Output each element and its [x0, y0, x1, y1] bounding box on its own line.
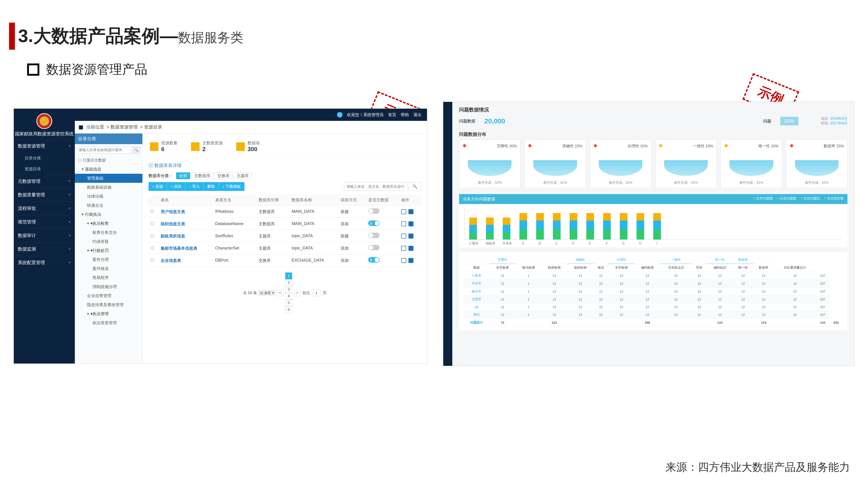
menu-item[interactable]: 系统配置管理×	[14, 256, 75, 269]
bar-tab[interactable]: • 当次问题比	[801, 196, 820, 202]
row-checkbox[interactable]	[151, 247, 154, 250]
tree-node[interactable]: 强制措施办理	[75, 282, 143, 291]
page-number[interactable]: 1	[285, 272, 292, 279]
tree-node[interactable]: 快递企业	[75, 201, 143, 210]
tree-search-input[interactable]	[77, 147, 131, 154]
metric-card[interactable]: ✺ 准确性 15% 条件完成：52%	[524, 140, 586, 188]
only-main-checkbox[interactable]	[78, 159, 81, 162]
menu-item[interactable]: 数据质量管理×	[14, 188, 75, 201]
stat-cell	[660, 319, 691, 327]
menu-subitem[interactable]: 资源目录	[14, 164, 75, 174]
menu-item[interactable]: 流程审批×	[14, 201, 75, 215]
edit-icon[interactable]	[401, 209, 406, 214]
row-name[interactable]: 集邮市场基本信息表	[158, 242, 213, 254]
menu-item[interactable]: 数据资源管理×	[14, 139, 75, 153]
edit-icon[interactable]	[401, 246, 406, 251]
page-next[interactable]: >	[294, 289, 301, 296]
delete-icon[interactable]	[408, 209, 413, 214]
tree-node[interactable]: 企业自查管理	[75, 291, 143, 300]
nav-help[interactable]: 帮助	[401, 112, 409, 118]
tree-search-button[interactable]: 🔍	[132, 147, 140, 154]
page-number[interactable]: 4	[285, 293, 292, 300]
goto-input[interactable]	[312, 289, 321, 296]
mini-chart	[789, 151, 844, 178]
toolbar-button[interactable]: 删除	[204, 182, 219, 191]
db-tag[interactable]: 主数据库	[191, 172, 213, 179]
row-checkbox[interactable]	[151, 222, 154, 225]
bar-tab[interactable]: • 当次报告数	[825, 196, 844, 202]
db-tag[interactable]: 交换库	[215, 172, 232, 179]
db-tag[interactable]: 主题库	[234, 172, 252, 179]
metric-card[interactable]: ✺ 一致性 10% 条件完成：52%	[655, 140, 717, 188]
page-prev[interactable]: <	[277, 289, 283, 296]
delete-icon[interactable]	[408, 258, 413, 263]
tree-node[interactable]: 基础信息	[75, 165, 143, 174]
bc-2[interactable]: 资源目录	[144, 125, 162, 129]
page-number[interactable]: 6	[285, 306, 292, 313]
menu-subitem[interactable]: 目录分类	[14, 153, 75, 164]
row-checkbox[interactable]	[151, 210, 154, 213]
edit-icon[interactable]	[401, 234, 406, 238]
row-checkbox[interactable]	[151, 234, 154, 237]
tree-node[interactable]: 邮政基础设施	[75, 183, 143, 192]
row-name[interactable]: 用户信息主表	[158, 205, 213, 218]
main-toggle[interactable]	[368, 245, 379, 250]
page-number[interactable]: 2	[285, 279, 292, 286]
nav-logout[interactable]: 退出	[413, 112, 422, 118]
bc-1[interactable]: 数据资源管理	[111, 125, 138, 129]
menu-item[interactable]: 数据审计×	[14, 229, 75, 242]
menu-item[interactable]: 规范管理×	[14, 215, 75, 229]
stat-icon	[150, 142, 158, 151]
tree-node[interactable]: 管理基础	[75, 174, 143, 183]
tree-node[interactable]: 约谈答疑	[75, 237, 143, 246]
page-number[interactable]: 3	[285, 286, 292, 293]
main-toggle[interactable]	[368, 221, 379, 226]
toolbar-button[interactable]: ↓ 导入	[185, 182, 204, 191]
main-toggle[interactable]	[368, 208, 379, 214]
tree-node[interactable]: 行政执法	[75, 210, 143, 219]
tree-node[interactable]: ▾行政处罚	[75, 246, 143, 255]
bar-tab[interactable]: • 近年问题数	[754, 196, 773, 202]
stat-cell: 157	[816, 303, 830, 311]
row-name[interactable]: 组织信息主表	[158, 218, 213, 230]
db-tag[interactable]: 全部	[176, 172, 190, 179]
metric-card[interactable]: ✺ 唯一性 10% 条件完成：52%	[721, 140, 782, 188]
tree-node[interactable]: 检查任务交办	[75, 228, 143, 237]
tree-node[interactable]: 法律法规	[75, 192, 143, 201]
tree-node[interactable]: ▾执法检查	[75, 219, 143, 228]
tree-node[interactable]: 简易程序	[75, 273, 143, 282]
delete-icon[interactable]	[408, 246, 413, 251]
row-name[interactable]: 邮政局所信息	[158, 230, 213, 242]
tree-node[interactable]: ▾执法管理	[75, 309, 143, 318]
edit-icon[interactable]	[401, 221, 406, 226]
tree-node[interactable]: 案件移送	[75, 264, 143, 273]
tree-node[interactable]: 隐患排查及整改管理	[75, 300, 143, 309]
row-checkbox[interactable]	[151, 259, 154, 262]
page-number[interactable]: 5	[285, 300, 292, 306]
edit-icon[interactable]	[401, 258, 406, 263]
delete-icon[interactable]	[408, 221, 413, 226]
menu-item[interactable]: 元数据管理×	[14, 174, 75, 188]
table-search-input[interactable]	[344, 182, 407, 191]
stat-cell: 12	[593, 311, 609, 319]
metric-card[interactable]: ✺ 合理性 15% 条件完成：52%	[590, 140, 651, 188]
delete-icon[interactable]	[408, 234, 413, 238]
per-page-select[interactable]: 10 条/页	[259, 291, 275, 295]
toolbar-button[interactable]: + 新建	[149, 182, 167, 191]
only-main-row[interactable]: 只显示主数据	[75, 156, 143, 165]
nav-home[interactable]: 首页	[388, 112, 396, 118]
menu-item[interactable]: 数据监测×	[14, 242, 75, 256]
metric-card[interactable]: ✺ 数据率 15% 条件完成：52%	[786, 140, 847, 188]
table-search-button[interactable]: 🔍	[409, 182, 421, 191]
main-toggle[interactable]	[368, 233, 379, 238]
toolbar-button[interactable]: + 添加	[167, 182, 186, 191]
tree-node[interactable]: 案件办理	[75, 255, 143, 264]
metric-card[interactable]: ✺ 完整性 20% 条件完成：52%	[459, 140, 520, 188]
bar-tab[interactable]: • 记录问题数	[778, 196, 797, 202]
toolbar-button[interactable]: ↓ 下载模板	[219, 182, 245, 191]
main-toggle[interactable]	[368, 257, 379, 263]
stats-row: 过渡库1211212121212121212121212157	[464, 295, 843, 303]
stat-cell: 157	[816, 272, 830, 280]
tree-node[interactable]: 执法资质管理	[75, 318, 143, 327]
row-name[interactable]: 企业信息表	[158, 254, 213, 267]
